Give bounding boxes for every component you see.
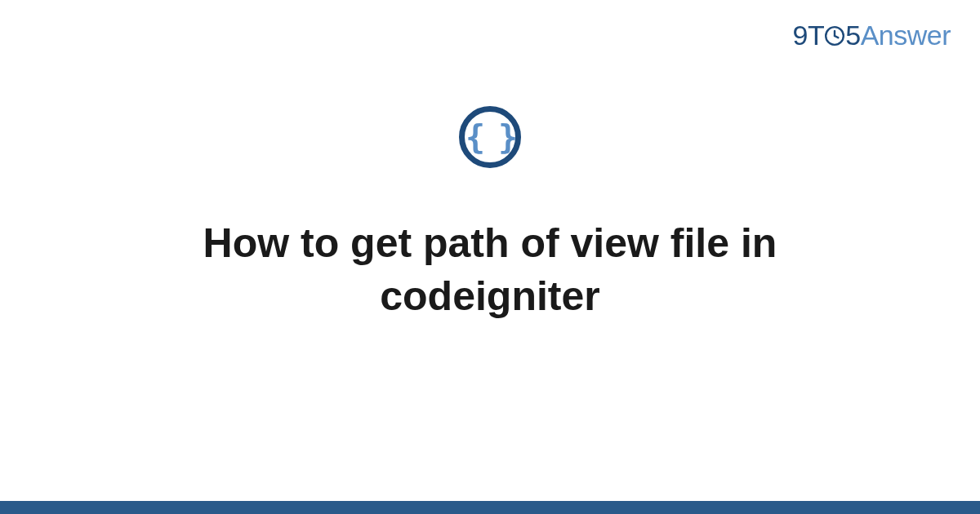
- brand-nine: 9: [793, 20, 808, 51]
- clock-icon: [824, 25, 845, 47]
- brand-answer: Answer: [861, 20, 951, 51]
- svg-line-2: [835, 36, 838, 38]
- page-title: How to get path of view file in codeigni…: [122, 217, 858, 323]
- brand-logo: 9T5Answer: [793, 20, 951, 51]
- footer-accent-bar: [0, 501, 980, 514]
- main-content: { } How to get path of view file in code…: [0, 106, 980, 323]
- code-braces-icon: { }: [459, 106, 521, 168]
- brand-t: T: [808, 20, 824, 51]
- brand-five: 5: [845, 20, 860, 51]
- braces-glyph: { }: [466, 121, 514, 153]
